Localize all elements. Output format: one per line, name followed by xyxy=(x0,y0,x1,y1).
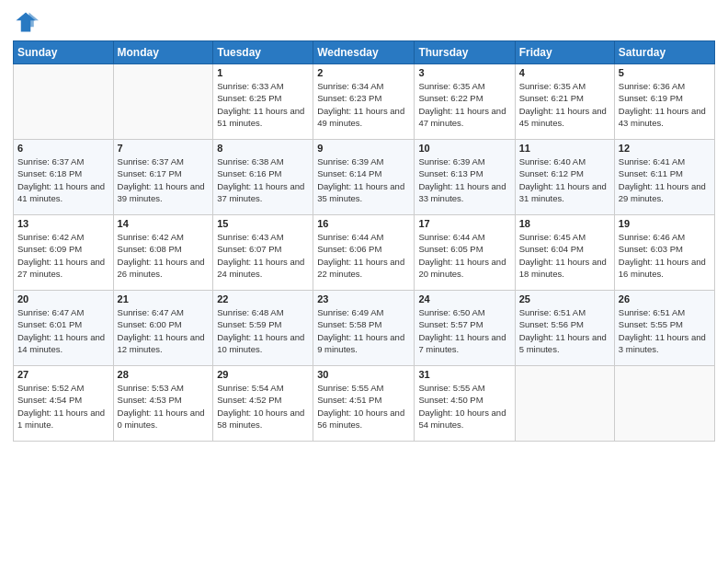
day-number: 23 xyxy=(317,293,410,304)
calendar-cell: 24Sunrise: 6:50 AMSunset: 5:57 PMDayligh… xyxy=(415,291,515,366)
day-number: 10 xyxy=(418,143,510,154)
calendar-cell: 2Sunrise: 6:34 AMSunset: 6:23 PMDaylight… xyxy=(313,64,415,140)
day-info: Sunrise: 6:42 AMSunset: 6:08 PMDaylight:… xyxy=(118,231,210,280)
calendar-cell: 16Sunrise: 6:44 AMSunset: 6:06 PMDayligh… xyxy=(313,215,415,291)
day-info: Sunrise: 6:39 AMSunset: 6:13 PMDaylight:… xyxy=(418,155,510,204)
day-number: 24 xyxy=(418,293,510,304)
day-info: Sunrise: 6:45 AMSunset: 6:04 PMDaylight:… xyxy=(519,231,610,280)
calendar-cell: 29Sunrise: 5:54 AMSunset: 4:52 PMDayligh… xyxy=(213,366,313,442)
calendar-week-4: 20Sunrise: 6:47 AMSunset: 6:01 PMDayligh… xyxy=(14,291,715,366)
day-number: 22 xyxy=(217,293,309,304)
day-info: Sunrise: 6:35 AMSunset: 6:21 PMDaylight:… xyxy=(519,80,610,129)
day-number: 14 xyxy=(118,218,210,229)
calendar-cell: 10Sunrise: 6:39 AMSunset: 6:13 PMDayligh… xyxy=(415,140,515,215)
day-number: 31 xyxy=(418,369,510,380)
header xyxy=(13,9,715,35)
weekday-header-saturday: Saturday xyxy=(614,41,714,64)
weekday-header-wednesday: Wednesday xyxy=(313,41,415,64)
day-info: Sunrise: 6:51 AMSunset: 5:55 PMDaylight:… xyxy=(619,306,711,355)
day-info: Sunrise: 5:54 AMSunset: 4:52 PMDaylight:… xyxy=(217,382,309,431)
day-info: Sunrise: 6:39 AMSunset: 6:14 PMDaylight:… xyxy=(317,155,410,204)
day-info: Sunrise: 6:37 AMSunset: 6:18 PMDaylight:… xyxy=(17,155,109,204)
day-info: Sunrise: 6:40 AMSunset: 6:12 PMDaylight:… xyxy=(519,155,610,204)
day-info: Sunrise: 6:47 AMSunset: 6:00 PMDaylight:… xyxy=(118,306,210,355)
day-number: 4 xyxy=(519,67,610,78)
calendar-cell: 4Sunrise: 6:35 AMSunset: 6:21 PMDaylight… xyxy=(515,64,614,140)
calendar-cell: 25Sunrise: 6:51 AMSunset: 5:56 PMDayligh… xyxy=(515,291,614,366)
day-number: 18 xyxy=(519,218,610,229)
day-info: Sunrise: 6:38 AMSunset: 6:16 PMDaylight:… xyxy=(217,155,309,204)
day-info: Sunrise: 6:46 AMSunset: 6:03 PMDaylight:… xyxy=(619,231,711,280)
calendar-cell: 28Sunrise: 5:53 AMSunset: 4:53 PMDayligh… xyxy=(113,366,213,442)
calendar-cell: 31Sunrise: 5:55 AMSunset: 4:50 PMDayligh… xyxy=(415,366,515,442)
day-info: Sunrise: 6:35 AMSunset: 6:22 PMDaylight:… xyxy=(418,80,510,129)
calendar-cell: 8Sunrise: 6:38 AMSunset: 6:16 PMDaylight… xyxy=(213,140,313,215)
calendar-week-1: 1Sunrise: 6:33 AMSunset: 6:25 PMDaylight… xyxy=(14,64,715,140)
day-number: 11 xyxy=(519,143,610,154)
calendar-table: SundayMondayTuesdayWednesdayThursdayFrid… xyxy=(13,40,715,442)
calendar-cell: 30Sunrise: 5:55 AMSunset: 4:51 PMDayligh… xyxy=(313,366,415,442)
day-info: Sunrise: 6:51 AMSunset: 5:56 PMDaylight:… xyxy=(519,306,610,355)
day-info: Sunrise: 5:55 AMSunset: 4:51 PMDaylight:… xyxy=(317,382,410,431)
day-number: 12 xyxy=(619,143,711,154)
day-number: 15 xyxy=(217,218,309,229)
logo-icon xyxy=(13,9,39,35)
day-number: 9 xyxy=(317,143,410,154)
day-number: 27 xyxy=(17,369,109,380)
calendar-cell: 19Sunrise: 6:46 AMSunset: 6:03 PMDayligh… xyxy=(614,215,714,291)
calendar-body: 1Sunrise: 6:33 AMSunset: 6:25 PMDaylight… xyxy=(14,64,715,442)
day-number: 2 xyxy=(317,67,410,78)
calendar-week-5: 27Sunrise: 5:52 AMSunset: 4:54 PMDayligh… xyxy=(14,366,715,442)
calendar-cell: 20Sunrise: 6:47 AMSunset: 6:01 PMDayligh… xyxy=(14,291,114,366)
day-info: Sunrise: 6:50 AMSunset: 5:57 PMDaylight:… xyxy=(418,306,510,355)
day-info: Sunrise: 6:41 AMSunset: 6:11 PMDaylight:… xyxy=(619,155,711,204)
calendar-header: SundayMondayTuesdayWednesdayThursdayFrid… xyxy=(14,41,715,64)
calendar-cell: 26Sunrise: 6:51 AMSunset: 5:55 PMDayligh… xyxy=(614,291,714,366)
day-info: Sunrise: 6:48 AMSunset: 5:59 PMDaylight:… xyxy=(217,306,309,355)
day-number: 19 xyxy=(619,218,711,229)
calendar-cell xyxy=(515,366,614,442)
calendar-week-2: 6Sunrise: 6:37 AMSunset: 6:18 PMDaylight… xyxy=(14,140,715,215)
calendar-cell: 1Sunrise: 6:33 AMSunset: 6:25 PMDaylight… xyxy=(213,64,313,140)
day-info: Sunrise: 5:52 AMSunset: 4:54 PMDaylight:… xyxy=(17,382,109,431)
calendar-week-3: 13Sunrise: 6:42 AMSunset: 6:09 PMDayligh… xyxy=(14,215,715,291)
weekday-header-monday: Monday xyxy=(113,41,213,64)
weekday-header-friday: Friday xyxy=(515,41,614,64)
calendar-cell: 22Sunrise: 6:48 AMSunset: 5:59 PMDayligh… xyxy=(213,291,313,366)
day-info: Sunrise: 6:47 AMSunset: 6:01 PMDaylight:… xyxy=(17,306,109,355)
day-number: 8 xyxy=(217,143,309,154)
day-info: Sunrise: 6:43 AMSunset: 6:07 PMDaylight:… xyxy=(217,231,309,280)
calendar-cell: 18Sunrise: 6:45 AMSunset: 6:04 PMDayligh… xyxy=(515,215,614,291)
calendar-cell: 11Sunrise: 6:40 AMSunset: 6:12 PMDayligh… xyxy=(515,140,614,215)
day-info: Sunrise: 6:33 AMSunset: 6:25 PMDaylight:… xyxy=(217,80,309,129)
day-number: 5 xyxy=(619,67,711,78)
day-info: Sunrise: 6:49 AMSunset: 5:58 PMDaylight:… xyxy=(317,306,410,355)
day-info: Sunrise: 6:44 AMSunset: 6:05 PMDaylight:… xyxy=(418,231,510,280)
day-number: 28 xyxy=(118,369,210,380)
calendar-cell xyxy=(614,366,714,442)
day-number: 13 xyxy=(17,218,109,229)
weekday-header-tuesday: Tuesday xyxy=(213,41,313,64)
calendar-cell xyxy=(113,64,213,140)
day-number: 26 xyxy=(619,293,711,304)
day-info: Sunrise: 5:53 AMSunset: 4:53 PMDaylight:… xyxy=(118,382,210,431)
day-info: Sunrise: 6:37 AMSunset: 6:17 PMDaylight:… xyxy=(118,155,210,204)
calendar-cell: 5Sunrise: 6:36 AMSunset: 6:19 PMDaylight… xyxy=(614,64,714,140)
day-info: Sunrise: 6:44 AMSunset: 6:06 PMDaylight:… xyxy=(317,231,410,280)
day-number: 7 xyxy=(118,143,210,154)
page-container: SundayMondayTuesdayWednesdayThursdayFrid… xyxy=(0,0,728,563)
calendar-cell: 7Sunrise: 6:37 AMSunset: 6:17 PMDaylight… xyxy=(113,140,213,215)
day-number: 17 xyxy=(418,218,510,229)
calendar-cell: 12Sunrise: 6:41 AMSunset: 6:11 PMDayligh… xyxy=(614,140,714,215)
calendar-cell: 15Sunrise: 6:43 AMSunset: 6:07 PMDayligh… xyxy=(213,215,313,291)
day-number: 6 xyxy=(17,143,109,154)
day-number: 20 xyxy=(17,293,109,304)
calendar-cell: 27Sunrise: 5:52 AMSunset: 4:54 PMDayligh… xyxy=(14,366,114,442)
weekday-header-thursday: Thursday xyxy=(415,41,515,64)
calendar-cell: 6Sunrise: 6:37 AMSunset: 6:18 PMDaylight… xyxy=(14,140,114,215)
weekday-header-sunday: Sunday xyxy=(14,41,114,64)
day-number: 25 xyxy=(519,293,610,304)
day-info: Sunrise: 6:42 AMSunset: 6:09 PMDaylight:… xyxy=(17,231,109,280)
day-number: 16 xyxy=(317,218,410,229)
day-info: Sunrise: 6:34 AMSunset: 6:23 PMDaylight:… xyxy=(317,80,410,129)
